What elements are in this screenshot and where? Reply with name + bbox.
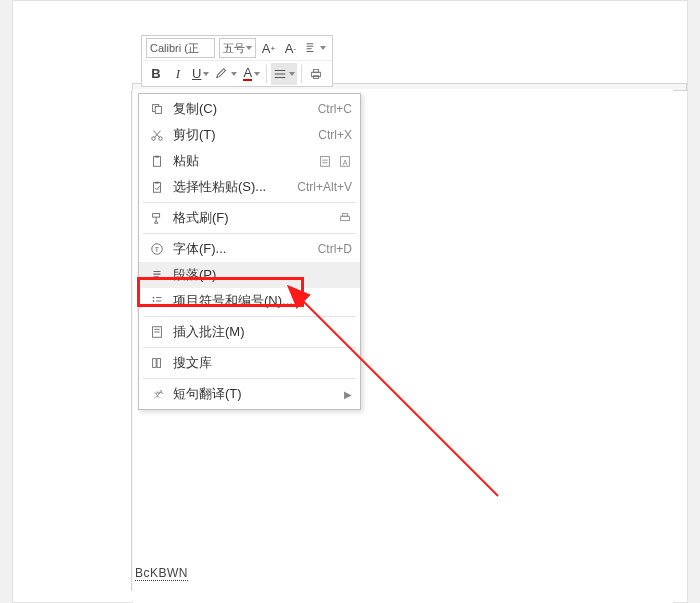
menu-label: 格式刷(F) [167,209,338,227]
menu-label: 剪切(T) [167,126,318,144]
scissors-icon [147,126,167,144]
svg-rect-9 [321,157,330,167]
translate-icon: 文A [147,385,167,403]
format-painter-icon [147,209,167,227]
menu-shortcut: Ctrl+D [318,242,352,256]
svg-rect-13 [155,182,159,184]
menu-separator [143,316,356,317]
menu-label: 搜文库 [167,354,352,372]
svg-point-19 [153,297,155,299]
menu-translate[interactable]: 文A 短句翻译(T) ▶ [139,381,360,407]
svg-text:T: T [155,246,160,253]
svg-rect-8 [155,156,159,158]
paste-options: A [318,154,352,168]
svg-rect-4 [155,106,161,113]
list-icon [147,292,167,310]
svg-point-20 [153,300,155,302]
paragraph-icon [147,266,167,284]
comment-icon [147,323,167,341]
align-lines-icon [273,67,287,81]
menu-label: 插入批注(M) [167,323,352,341]
svg-rect-15 [341,216,350,220]
reveal-formatting-button[interactable] [302,37,328,59]
mini-toolbar: Calibri (正 五号 A+ A- B I U A [141,35,333,87]
highlight-button[interactable] [213,63,239,85]
svg-point-21 [153,304,155,306]
svg-rect-16 [342,214,347,217]
menu-insert-comment[interactable]: 插入批注(M) [139,319,360,345]
menu-search-library[interactable]: 搜文库 [139,350,360,376]
app-window: Calibri (正 五号 A+ A- B I U A [12,0,688,603]
svg-rect-1 [313,69,318,72]
grow-font-button[interactable]: A+ [258,37,278,59]
menu-separator [143,202,356,203]
menu-label: 选择性粘贴(S)... [167,178,297,196]
menu-label: 短句翻译(T) [167,385,340,403]
font-size-select[interactable]: 五号 [219,38,256,58]
context-menu: 复制(C) Ctrl+C 剪切(T) Ctrl+X 粘贴 A 选择性粘贴(S).… [138,93,361,410]
library-icon [147,354,167,372]
svg-rect-7 [154,157,161,167]
paste-keep-format-icon[interactable] [318,154,332,168]
shrink-font-button[interactable]: A- [280,37,300,59]
menu-cut[interactable]: 剪切(T) Ctrl+X [139,122,360,148]
menu-label: 字体(F)... [167,240,318,258]
clipboard-icon [147,152,167,170]
menu-label: 项目符号和编号(N)... [167,292,352,310]
clipboard-special-icon [147,178,167,196]
svg-rect-23 [153,359,157,368]
copy-icon [147,100,167,118]
bold-button[interactable]: B [146,63,166,85]
menu-separator [143,347,356,348]
format-painter-extra [338,211,352,225]
printer-small-icon[interactable] [338,211,352,225]
separator [301,65,302,83]
mini-toolbar-row-1: Calibri (正 五号 A+ A- [142,36,332,61]
menu-separator [143,378,356,379]
menu-label: 段落(P)... [167,266,352,284]
align-button[interactable] [271,63,297,85]
menu-shortcut: Ctrl+X [318,128,352,142]
menu-shortcut: Ctrl+Alt+V [297,180,352,194]
print-button[interactable] [306,63,326,85]
font-family-select[interactable]: Calibri (正 [146,38,215,58]
menu-bullets[interactable]: 项目符号和编号(N)... [139,288,360,314]
menu-label: 复制(C) [167,100,318,118]
menu-paste[interactable]: 粘贴 A [139,148,360,174]
menu-copy[interactable]: 复制(C) Ctrl+C [139,96,360,122]
svg-text:A: A [159,388,164,395]
svg-rect-24 [157,359,161,368]
printer-icon [309,67,323,81]
menu-label: 粘贴 [167,152,318,170]
menu-font[interactable]: T 字体(F)... Ctrl+D [139,236,360,262]
submenu-arrow-icon: ▶ [344,389,352,400]
watermark-text: BcKBWN [135,566,188,580]
font-color-a: A [243,67,252,81]
separator [266,65,267,83]
paste-text-only-icon[interactable]: A [338,154,352,168]
menu-paragraph[interactable]: 段落(P)... [139,262,360,288]
paragraph-mark-icon [304,41,318,55]
highlighter-icon [215,67,229,81]
italic-button[interactable]: I [168,63,188,85]
svg-rect-12 [154,183,161,193]
font-color-button[interactable]: A [241,63,262,85]
menu-paste-special[interactable]: 选择性粘贴(S)... Ctrl+Alt+V [139,174,360,200]
underline-button[interactable]: U [190,63,211,85]
mini-toolbar-row-2: B I U A [142,61,332,86]
font-icon: T [147,240,167,258]
menu-separator [143,233,356,234]
svg-text:A: A [343,159,348,166]
menu-shortcut: Ctrl+C [318,102,352,116]
svg-rect-14 [153,214,160,218]
menu-format-painter[interactable]: 格式刷(F) [139,205,360,231]
